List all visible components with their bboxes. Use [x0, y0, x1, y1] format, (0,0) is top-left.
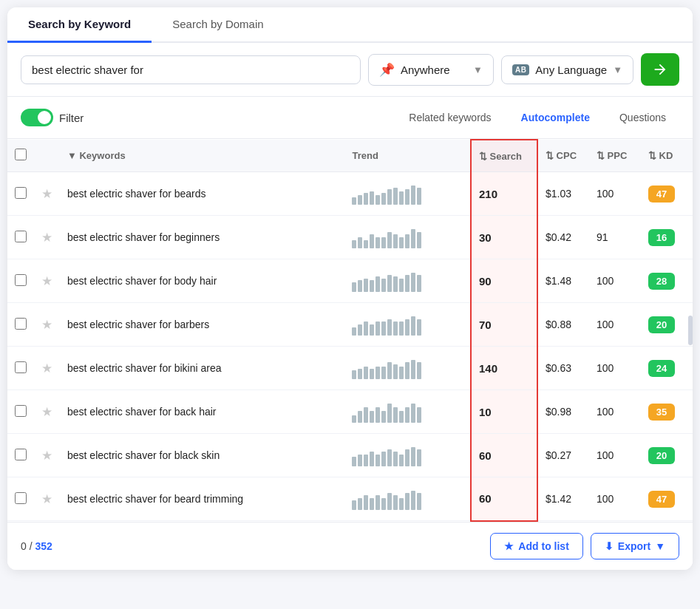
col-trend: Trend: [344, 140, 471, 172]
language-select[interactable]: AB Any Language ▼: [501, 55, 633, 84]
download-icon: ⬇: [605, 540, 614, 552]
star-button[interactable]: ★: [41, 448, 52, 463]
col-keywords-label: ▼ Keywords: [67, 150, 126, 161]
kd-cell: 28: [641, 259, 693, 303]
table-row: ★best electric shaver for beginners30$0.…: [7, 216, 693, 259]
trend-cell: [344, 259, 471, 303]
footer: 0 / 352 ★ Add to list ⬇ Export ▼: [7, 522, 693, 570]
keyword-cell: best electric shaver for barbers: [60, 303, 344, 347]
cpc-cell: $1.42: [537, 477, 589, 521]
table-row: ★best electric shaver for black skin60$0…: [7, 434, 693, 477]
search-cell: 60: [471, 434, 537, 477]
col-search-label: ⇅ Search: [479, 151, 522, 162]
search-cell: 60: [471, 477, 537, 521]
kd-cell: 47: [641, 477, 693, 521]
kd-badge: 20: [648, 316, 675, 333]
col-kd-label: ⇅ KD: [648, 150, 673, 161]
col-star: [34, 140, 60, 172]
location-select[interactable]: 📌 Anywhere ▼: [368, 54, 494, 86]
search-button[interactable]: [641, 53, 679, 86]
table-row: ★best electric shaver for beards210$1.03…: [7, 172, 693, 216]
tab-search-domain[interactable]: Search by Domain: [152, 7, 284, 43]
trend-cell: [344, 390, 471, 434]
ppc-cell: 91: [589, 216, 641, 259]
filter-row: Filter Related keywords Autocomplete Que…: [7, 97, 693, 139]
row-checkbox[interactable]: [15, 187, 27, 199]
export-arrow-icon: ▼: [655, 540, 665, 552]
col-keywords[interactable]: ▼ Keywords: [60, 140, 344, 172]
col-search[interactable]: ⇅ Search: [471, 140, 537, 172]
row-checkbox[interactable]: [15, 405, 27, 417]
ppc-cell: 100: [589, 347, 641, 390]
table-row: ★best electric shaver for barbers70$0.88…: [7, 303, 693, 347]
col-cpc[interactable]: ⇅ CPC: [537, 140, 589, 172]
tab-questions[interactable]: Questions: [606, 106, 679, 129]
kd-cell: 20: [641, 434, 693, 477]
kd-badge: 28: [648, 273, 675, 290]
tab-search-keyword[interactable]: Search by Keyword: [7, 7, 152, 43]
keyword-input[interactable]: [21, 55, 361, 84]
star-button[interactable]: ★: [41, 273, 52, 289]
keyword-cell: best electric shaver for body hair: [60, 259, 344, 303]
star-button[interactable]: ★: [41, 186, 52, 202]
star-button[interactable]: ★: [41, 491, 52, 507]
row-checkbox[interactable]: [15, 492, 27, 504]
tab-autocomplete[interactable]: Autocomplete: [508, 106, 603, 129]
row-checkbox[interactable]: [15, 318, 27, 330]
star-button[interactable]: ★: [41, 361, 52, 376]
ppc-cell: 100: [589, 172, 641, 216]
trend-cell: [344, 216, 471, 259]
location-arrow-icon: ▼: [473, 64, 483, 75]
select-all-checkbox[interactable]: [15, 149, 27, 160]
col-kd[interactable]: ⇅ KD: [641, 140, 693, 172]
tab-related-keywords[interactable]: Related keywords: [395, 106, 504, 129]
add-to-list-label: Add to list: [518, 540, 568, 552]
keyword-cell: best electric shaver for beard trimming: [60, 477, 344, 521]
keyword-cell: best electric shaver for bikini area: [60, 347, 344, 390]
keyword-cell: best electric shaver for black skin: [60, 434, 344, 477]
search-cell: 10: [471, 390, 537, 434]
row-checkbox[interactable]: [15, 449, 27, 460]
row-checkbox[interactable]: [15, 274, 27, 286]
kd-badge: 16: [648, 229, 675, 246]
ppc-cell: 100: [589, 259, 641, 303]
kd-badge: 47: [648, 491, 675, 508]
star-button[interactable]: ★: [41, 404, 52, 420]
toggle-track[interactable]: [21, 109, 53, 126]
arrow-right-icon: [652, 61, 668, 78]
kd-badge: 35: [648, 404, 675, 421]
keyword-cell: best electric shaver for beards: [60, 172, 344, 216]
kd-badge: 24: [648, 360, 675, 377]
ppc-cell: 100: [589, 390, 641, 434]
col-cpc-label: ⇅ CPC: [546, 150, 577, 161]
star-button[interactable]: ★: [41, 317, 52, 333]
total-count: 352: [35, 540, 52, 552]
cpc-cell: $0.27: [537, 434, 589, 477]
lang-icon: AB: [512, 64, 529, 75]
filter-toggle[interactable]: Filter: [21, 109, 84, 126]
kd-badge: 47: [648, 186, 675, 203]
search-cell: 90: [471, 259, 537, 303]
scrollbar[interactable]: [688, 316, 693, 345]
kd-cell: 24: [641, 347, 693, 390]
export-button[interactable]: ⬇ Export ▼: [591, 533, 679, 559]
row-checkbox[interactable]: [15, 361, 27, 373]
ppc-cell: 100: [589, 303, 641, 347]
trend-cell: [344, 434, 471, 477]
add-to-list-button[interactable]: ★ Add to list: [490, 533, 582, 559]
row-checkbox[interactable]: [15, 231, 27, 242]
location-icon: 📌: [379, 62, 395, 78]
kd-cell: 20: [641, 303, 693, 347]
cpc-cell: $1.48: [537, 259, 589, 303]
star-button[interactable]: ★: [41, 230, 52, 245]
ppc-cell: 100: [589, 434, 641, 477]
trend-cell: [344, 303, 471, 347]
trend-cell: [344, 477, 471, 521]
keyword-cell: best electric shaver for beginners: [60, 216, 344, 259]
results-table: ▼ Keywords Trend ⇅ Search ⇅ CPC ⇅ PPC ⇅ …: [7, 139, 693, 522]
col-ppc[interactable]: ⇅ PPC: [589, 140, 641, 172]
trend-cell: [344, 347, 471, 390]
cpc-cell: $0.63: [537, 347, 589, 390]
table-row: ★best electric shaver for back hair10$0.…: [7, 390, 693, 434]
kd-cell: 47: [641, 172, 693, 216]
